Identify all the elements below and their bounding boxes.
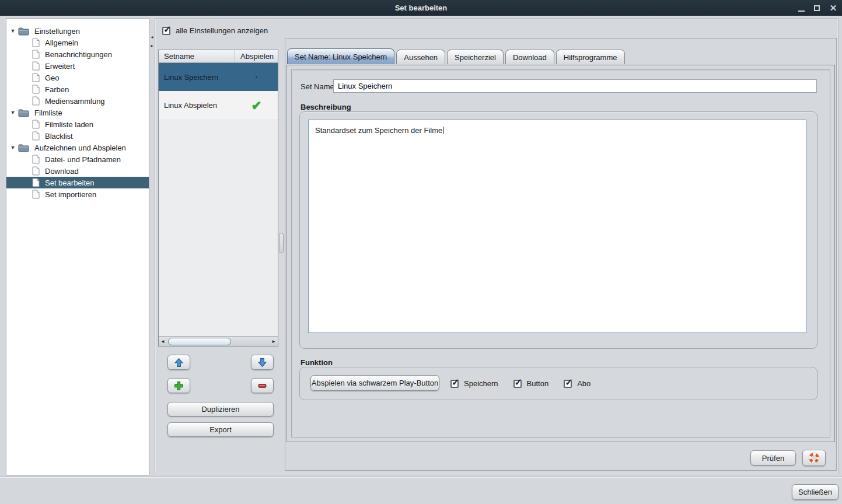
- set-table: Setname Abspielen Linux SpeichernLinux A…: [158, 50, 278, 346]
- sidebar-item-label: Allgemein: [45, 38, 78, 47]
- file-icon: [32, 155, 40, 164]
- set-name-label: Set Name:: [301, 82, 336, 91]
- show-all-settings[interactable]: ✓ alle Einstellungen anzeigen: [162, 26, 268, 35]
- column-header-setname[interactable]: Setname: [159, 50, 235, 62]
- sidebar-item-aufzeichnen-und-abspielen[interactable]: ▼Aufzeichnen und Abspielen: [6, 142, 149, 153]
- sidebar-item-set-bearbeiten[interactable]: Set bearbeiten: [6, 177, 149, 188]
- minus-icon: [257, 381, 267, 391]
- sidebar-item-datei-und-pfadnamen[interactable]: Datei- und Pfadnamen: [6, 153, 149, 165]
- description-text: Standardset zum Speichern der Filme: [315, 126, 442, 135]
- horizontal-scrollbar[interactable]: ◄ ►: [159, 336, 278, 346]
- sidebar-item-label: Farben: [45, 85, 69, 94]
- set-table-empty-area: [159, 119, 278, 336]
- checkbox[interactable]: ✓: [564, 380, 572, 388]
- file-icon: [32, 50, 40, 59]
- sidebar-item-label: Filmliste: [34, 108, 62, 117]
- tab-download[interactable]: Download: [505, 50, 554, 64]
- file-icon: [32, 38, 40, 47]
- sidebar-item-filmliste-laden[interactable]: Filmliste laden: [6, 118, 149, 130]
- sidebar-item-erweitert[interactable]: Erweitert: [6, 60, 149, 72]
- remove-set-button[interactable]: [251, 378, 274, 393]
- scroll-right-icon[interactable]: ►: [270, 339, 278, 344]
- title-bar: Set bearbeiten ✕: [0, 0, 842, 16]
- lifebuoy-icon: [808, 452, 820, 464]
- tab-speicherziel[interactable]: Speicherziel: [447, 50, 504, 64]
- tab-set-name-linux-speichern[interactable]: Set Name: Linux Speichern: [287, 48, 394, 64]
- move-down-button[interactable]: [251, 355, 274, 370]
- duplicate-button[interactable]: Duplizieren: [167, 402, 274, 416]
- function-checkbox-speichern[interactable]: ✓Speichern: [450, 379, 498, 388]
- description-textarea[interactable]: Standardset zum Speichern der Filme: [308, 120, 806, 333]
- sidebar-item-download[interactable]: Download: [6, 165, 149, 177]
- table-splitter-handle[interactable]: [279, 233, 284, 253]
- collapse-left-icon[interactable]: ◂: [151, 35, 153, 40]
- sidebar-item-farben[interactable]: Farben: [6, 83, 149, 95]
- export-button[interactable]: Export: [167, 422, 274, 437]
- sidebar-item-label: Einstellungen: [34, 27, 80, 36]
- check-button[interactable]: Prüfen: [750, 450, 796, 466]
- folder-icon: [18, 144, 29, 152]
- expand-arrow-icon[interactable]: ▼: [10, 110, 16, 116]
- table-row-linux-abspielen[interactable]: Linux Abspielen✔: [159, 91, 278, 119]
- file-icon: [32, 166, 40, 176]
- scrollbar-thumb[interactable]: [168, 338, 231, 345]
- dot-marker-icon: [256, 76, 257, 78]
- plus-icon: [174, 381, 184, 391]
- checkmark-icon: ✓: [515, 377, 522, 388]
- move-up-button[interactable]: [167, 355, 190, 370]
- minimize-icon[interactable]: [798, 4, 805, 12]
- expand-arrow-icon[interactable]: ▼: [10, 28, 16, 34]
- checkbox[interactable]: ✓: [513, 380, 522, 388]
- function-checkbox-button[interactable]: ✓Button: [513, 379, 549, 388]
- arrow-down-icon: [257, 358, 267, 368]
- file-icon: [32, 61, 40, 71]
- set-table-body: Linux SpeichernLinux Abspielen✔: [159, 63, 278, 119]
- sidebar-item-allgemein[interactable]: Allgemein: [6, 37, 149, 48]
- set-name-input[interactable]: [333, 79, 817, 93]
- sidebar-item-blacklist[interactable]: Blacklist: [6, 130, 149, 142]
- sidebar-item-einstellungen[interactable]: ▼Einstellungen: [6, 25, 149, 37]
- file-icon: [32, 85, 40, 94]
- close-dialog-button[interactable]: Schließen: [792, 484, 838, 500]
- function-groupbox: Abspielen via schwarzem Play-Button ✓Spe…: [299, 367, 817, 400]
- folder-icon: [18, 108, 29, 117]
- checkbox-label: Abo: [577, 379, 591, 388]
- tab-content-inner: Set Name: Beschreibung Standardset zum S…: [291, 69, 830, 438]
- set-editor-panel: Set Name: Linux SpeichernAussehenSpeiche…: [285, 38, 837, 471]
- arrow-up-icon: [174, 358, 184, 368]
- file-icon: [32, 131, 40, 141]
- scroll-left-icon[interactable]: ◄: [159, 339, 167, 344]
- column-header-abspielen[interactable]: Abspielen: [235, 50, 278, 62]
- window-controls: ✕: [798, 0, 837, 16]
- tab-bar: Set Name: Linux SpeichernAussehenSpeiche…: [287, 50, 625, 64]
- sidebar-item-label: Mediensammlung: [45, 97, 105, 106]
- collapse-right-icon[interactable]: ▸: [151, 44, 153, 48]
- main-panel: ✓ alle Einstellungen anzeigen Setname Ab…: [155, 18, 838, 474]
- expand-arrow-icon[interactable]: ▼: [10, 145, 16, 150]
- function-checkbox-abo[interactable]: ✓Abo: [564, 379, 591, 388]
- play-mode-button[interactable]: Abspielen via schwarzem Play-Button: [310, 375, 439, 391]
- sidebar-item-set-importieren[interactable]: Set importieren: [6, 188, 149, 200]
- sidebar-item-label: Aufzeichnen und Abspielen: [34, 144, 126, 152]
- maximize-icon[interactable]: [814, 5, 820, 11]
- checkbox-label: Button: [527, 379, 549, 388]
- sidebar-item-label: Datei- und Pfadnamen: [45, 155, 121, 164]
- checkbox[interactable]: ✓: [450, 380, 459, 388]
- checkmark-icon: ✓: [452, 377, 459, 388]
- sidebar-item-filmliste[interactable]: ▼Filmliste: [6, 107, 149, 118]
- sidebar-item-geo[interactable]: Geo: [6, 72, 149, 83]
- sidebar-item-mediensammlung[interactable]: Mediensammlung: [6, 95, 149, 107]
- file-icon: [32, 96, 40, 106]
- settings-sidebar: ▼EinstellungenAllgemeinBenachrichtigunge…: [6, 18, 149, 475]
- sidebar-item-benachrichtigungen[interactable]: Benachrichtigungen: [6, 48, 149, 60]
- tab-aussehen[interactable]: Aussehen: [396, 50, 445, 64]
- help-button[interactable]: [802, 450, 826, 466]
- tab-hilfsprogramme[interactable]: Hilfsprogramme: [556, 50, 625, 64]
- show-all-checkbox[interactable]: ✓: [162, 27, 170, 35]
- add-set-button[interactable]: [167, 378, 190, 393]
- close-icon[interactable]: ✕: [829, 0, 837, 16]
- text-caret: [443, 127, 443, 134]
- table-row-linux-speichern[interactable]: Linux Speichern: [159, 63, 278, 91]
- sidebar-splitter[interactable]: ◂ ▸: [149, 35, 155, 48]
- window-title: Set bearbeiten: [395, 4, 448, 12]
